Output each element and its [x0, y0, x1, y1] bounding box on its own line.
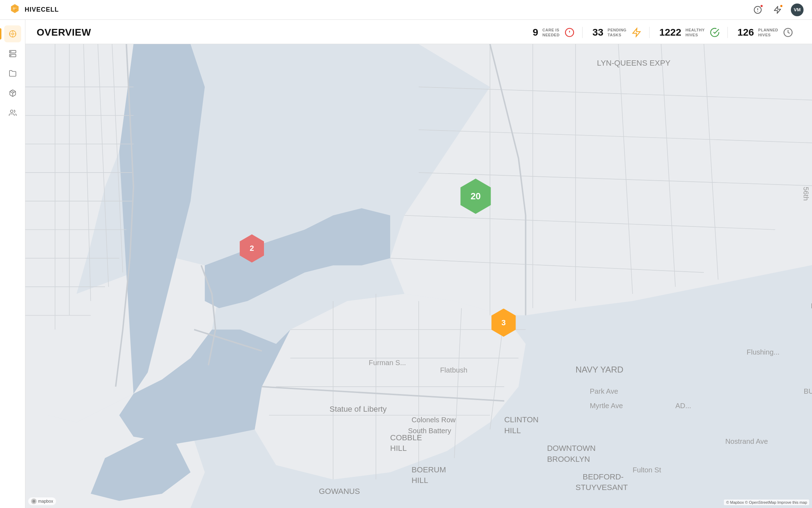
svg-line-15 [11, 91, 14, 92]
header-actions: VM [751, 4, 804, 16]
stats-bar: 9 CARE IS NEEDED [525, 27, 801, 38]
svg-text:Flatbush: Flatbush [440, 366, 468, 374]
stat-care-needed: 9 CARE IS NEEDED [525, 27, 582, 38]
map-attribution: © Mapbox © OpenStreetMap Improve this ma… [724, 500, 809, 505]
svg-text:South Battery: South Battery [408, 427, 451, 435]
svg-text:Furman S...: Furman S... [369, 359, 406, 367]
stat-care-needed-number: 9 [533, 27, 538, 38]
mapbox-logo-icon [31, 498, 37, 504]
svg-text:Fulton St: Fulton St [633, 466, 661, 474]
map-container[interactable]: LYN-QUEENS EXPY 56th SIDE LE LINDEN NAVY… [25, 44, 812, 508]
svg-text:CLINTON: CLINTON [504, 415, 539, 424]
stat-healthy-label: HEALTHY [685, 28, 705, 32]
stat-care-needed-label2: NEEDED [542, 32, 560, 37]
lightning-button[interactable] [771, 4, 784, 16]
svg-text:HILL: HILL [412, 476, 428, 485]
svg-text:Nostrand Ave: Nostrand Ave [725, 437, 768, 445]
svg-text:HILL: HILL [390, 444, 407, 453]
svg-text:DOWNTOWN: DOWNTOWN [547, 444, 596, 453]
svg-text:STUYVESANT: STUYVESANT [576, 483, 628, 492]
stat-pending-number: 33 [592, 27, 603, 38]
svg-text:LYN-QUEENS EXPY: LYN-QUEENS EXPY [597, 59, 671, 67]
folder-icon [9, 69, 17, 77]
svg-point-10 [12, 33, 14, 35]
svg-marker-9 [774, 6, 781, 13]
svg-text:Park Ave: Park Ave [590, 387, 619, 395]
stat-healthy-hives: 1222 HEALTHY HIVES [652, 27, 728, 38]
svg-point-14 [10, 55, 11, 56]
svg-point-13 [10, 52, 11, 52]
svg-text:HILL: HILL [504, 426, 521, 435]
cluster-green-count: 20 [470, 191, 481, 202]
users-icon [9, 109, 17, 117]
dashboard-icon [9, 30, 17, 38]
stat-care-needed-label: CARE IS [542, 28, 560, 32]
logo: HIVECELL [8, 4, 59, 16]
sidebar-item-dashboard[interactable] [4, 25, 21, 42]
mapbox-label: mapbox [38, 499, 53, 504]
svg-text:Colonels Row: Colonels Row [412, 416, 456, 424]
svg-marker-21 [633, 28, 640, 36]
svg-text:BROOKLYN: BROOKLYN [547, 454, 590, 463]
svg-text:GOWANUS: GOWANUS [319, 487, 360, 496]
svg-text:Flushing...: Flushing... [747, 348, 780, 356]
stat-pending-label2: TASKS [608, 32, 627, 37]
map-background: LYN-QUEENS EXPY 56th SIDE LE LINDEN NAVY… [25, 44, 812, 508]
sidebar-item-folder[interactable] [4, 65, 21, 82]
page-title: OVERVIEW [37, 27, 91, 38]
package-icon [9, 89, 17, 97]
svg-text:BEDFORD-: BEDFORD- [583, 472, 623, 481]
check-circle-icon [709, 27, 720, 38]
svg-text:BOERUM: BOERUM [412, 465, 446, 474]
app-header: HIVECELL VM [0, 0, 812, 20]
stat-healthy-number: 1222 [659, 27, 681, 38]
cluster-orange-count: 3 [502, 318, 506, 327]
lightning-stat-icon [631, 27, 642, 38]
alert-badge [760, 4, 763, 8]
stat-planned-hives: 126 PLANNED HIVES [731, 27, 801, 38]
lightning-badge [780, 4, 783, 8]
stat-planned-number: 126 [738, 27, 754, 38]
server-icon [9, 50, 17, 58]
svg-text:Statue of Liberty: Statue of Liberty [330, 405, 387, 413]
svg-text:56th: 56th [802, 187, 810, 201]
svg-text:AD...: AD... [675, 402, 691, 410]
stat-healthy-label2: HIVES [685, 32, 705, 37]
content-area: OVERVIEW 9 CARE IS NEEDED [25, 20, 812, 508]
svg-point-100 [32, 500, 35, 503]
clock-icon [782, 27, 794, 38]
logo-text: HIVECELL [25, 6, 59, 13]
stat-pending-tasks: 33 PENDING TASKS [585, 27, 650, 38]
svg-text:BU...: BU... [804, 387, 812, 395]
main-layout: OVERVIEW 9 CARE IS NEEDED [0, 20, 812, 508]
stat-planned-label: PLANNED [758, 28, 778, 32]
stat-planned-label2: HIVES [758, 32, 778, 37]
svg-point-17 [10, 110, 13, 113]
sidebar [0, 20, 25, 508]
alert-button[interactable] [751, 4, 764, 16]
sidebar-item-users[interactable] [4, 104, 21, 121]
cluster-red-count: 2 [250, 244, 254, 253]
svg-text:NAVY YARD: NAVY YARD [576, 365, 623, 374]
page-header: OVERVIEW 9 CARE IS NEEDED [25, 20, 812, 44]
sidebar-item-packages[interactable] [4, 85, 21, 102]
svg-text:Myrtle Ave: Myrtle Ave [590, 402, 623, 410]
mapbox-logo: mapbox [28, 497, 56, 505]
sidebar-item-servers[interactable] [4, 45, 21, 62]
logo-icon [8, 4, 21, 16]
alert-circle-icon [564, 27, 575, 38]
stat-pending-label: PENDING [608, 28, 627, 32]
avatar[interactable]: VM [791, 4, 804, 16]
